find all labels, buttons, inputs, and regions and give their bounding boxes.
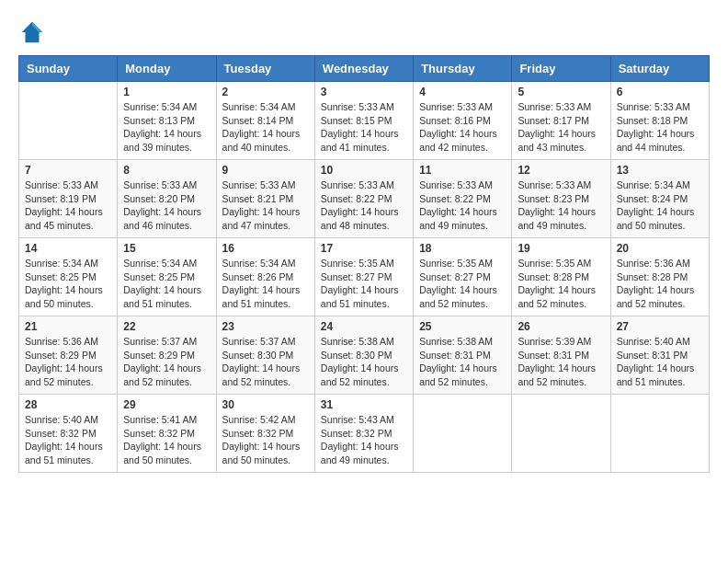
day-info: Sunrise: 5:38 AM Sunset: 8:30 PM Dayligh… xyxy=(321,335,407,389)
calendar-cell: 25Sunrise: 5:38 AM Sunset: 8:31 PM Dayli… xyxy=(414,316,512,395)
calendar-cell: 14Sunrise: 5:34 AM Sunset: 8:25 PM Dayli… xyxy=(19,238,118,316)
day-info: Sunrise: 5:33 AM Sunset: 8:21 PM Dayligh… xyxy=(222,178,309,233)
week-row-2: 7Sunrise: 5:33 AM Sunset: 8:19 PM Daylig… xyxy=(19,160,710,238)
day-info: Sunrise: 5:33 AM Sunset: 8:17 PM Dayligh… xyxy=(518,100,604,155)
calendar-cell: 23Sunrise: 5:37 AM Sunset: 8:30 PM Dayli… xyxy=(216,316,314,395)
calendar-cell: 6Sunrise: 5:33 AM Sunset: 8:18 PM Daylig… xyxy=(610,82,709,160)
calendar-cell: 20Sunrise: 5:36 AM Sunset: 8:28 PM Dayli… xyxy=(610,238,709,316)
day-number: 28 xyxy=(25,398,111,411)
day-number: 27 xyxy=(617,320,703,333)
day-number: 25 xyxy=(419,320,506,333)
day-number: 18 xyxy=(419,242,506,255)
day-number: 14 xyxy=(25,242,111,255)
day-info: Sunrise: 5:38 AM Sunset: 8:31 PM Dayligh… xyxy=(419,335,506,389)
day-number: 21 xyxy=(25,320,111,333)
calendar-cell: 15Sunrise: 5:34 AM Sunset: 8:25 PM Dayli… xyxy=(118,238,216,316)
day-number: 23 xyxy=(222,320,309,333)
day-info: Sunrise: 5:33 AM Sunset: 8:18 PM Dayligh… xyxy=(617,100,703,155)
day-number: 22 xyxy=(123,320,210,333)
day-number: 15 xyxy=(123,242,210,255)
calendar-cell: 30Sunrise: 5:42 AM Sunset: 8:32 PM Dayli… xyxy=(216,395,314,473)
calendar-cell: 18Sunrise: 5:35 AM Sunset: 8:27 PM Dayli… xyxy=(414,238,512,316)
day-number: 9 xyxy=(222,164,309,177)
calendar-header-saturday: Saturday xyxy=(610,56,709,82)
calendar-header-friday: Friday xyxy=(512,56,610,82)
day-info: Sunrise: 5:35 AM Sunset: 8:28 PM Dayligh… xyxy=(518,257,604,311)
day-info: Sunrise: 5:40 AM Sunset: 8:31 PM Dayligh… xyxy=(617,335,703,389)
day-info: Sunrise: 5:43 AM Sunset: 8:32 PM Dayligh… xyxy=(321,413,407,467)
calendar-cell: 12Sunrise: 5:33 AM Sunset: 8:23 PM Dayli… xyxy=(512,160,610,238)
day-number: 11 xyxy=(419,164,506,177)
day-info: Sunrise: 5:40 AM Sunset: 8:32 PM Dayligh… xyxy=(25,413,111,467)
day-info: Sunrise: 5:33 AM Sunset: 8:16 PM Dayligh… xyxy=(419,100,506,155)
calendar-cell: 28Sunrise: 5:40 AM Sunset: 8:32 PM Dayli… xyxy=(19,395,118,473)
week-row-5: 28Sunrise: 5:40 AM Sunset: 8:32 PM Dayli… xyxy=(19,395,710,473)
day-number: 24 xyxy=(321,320,407,333)
day-number: 10 xyxy=(321,164,407,177)
day-info: Sunrise: 5:34 AM Sunset: 8:25 PM Dayligh… xyxy=(123,257,210,311)
calendar-cell: 7Sunrise: 5:33 AM Sunset: 8:19 PM Daylig… xyxy=(19,160,118,238)
calendar-header-sunday: Sunday xyxy=(19,56,118,82)
calendar-cell: 11Sunrise: 5:33 AM Sunset: 8:22 PM Dayli… xyxy=(414,160,512,238)
calendar-cell xyxy=(19,82,118,160)
calendar-cell: 8Sunrise: 5:33 AM Sunset: 8:20 PM Daylig… xyxy=(118,160,216,238)
calendar-cell: 26Sunrise: 5:39 AM Sunset: 8:31 PM Dayli… xyxy=(512,316,610,395)
day-number: 13 xyxy=(617,164,703,177)
day-number: 4 xyxy=(419,86,506,98)
day-number: 17 xyxy=(321,242,407,255)
calendar: SundayMondayTuesdayWednesdayThursdayFrid… xyxy=(18,55,710,473)
calendar-cell: 4Sunrise: 5:33 AM Sunset: 8:16 PM Daylig… xyxy=(414,82,512,160)
day-info: Sunrise: 5:42 AM Sunset: 8:32 PM Dayligh… xyxy=(222,413,309,467)
day-info: Sunrise: 5:34 AM Sunset: 8:14 PM Dayligh… xyxy=(222,100,309,155)
day-info: Sunrise: 5:33 AM Sunset: 8:15 PM Dayligh… xyxy=(321,100,407,155)
day-info: Sunrise: 5:37 AM Sunset: 8:29 PM Dayligh… xyxy=(123,335,210,389)
day-number: 7 xyxy=(25,164,111,177)
calendar-cell xyxy=(414,395,512,473)
day-number: 19 xyxy=(518,242,604,255)
day-info: Sunrise: 5:33 AM Sunset: 8:20 PM Dayligh… xyxy=(123,178,210,233)
calendar-cell: 2Sunrise: 5:34 AM Sunset: 8:14 PM Daylig… xyxy=(216,82,314,160)
day-info: Sunrise: 5:34 AM Sunset: 8:25 PM Dayligh… xyxy=(25,257,111,311)
day-number: 3 xyxy=(321,86,407,98)
calendar-cell: 10Sunrise: 5:33 AM Sunset: 8:22 PM Dayli… xyxy=(314,160,413,238)
day-info: Sunrise: 5:33 AM Sunset: 8:23 PM Dayligh… xyxy=(518,178,604,233)
calendar-cell: 24Sunrise: 5:38 AM Sunset: 8:30 PM Dayli… xyxy=(314,316,413,395)
day-number: 30 xyxy=(222,398,309,411)
day-info: Sunrise: 5:33 AM Sunset: 8:19 PM Dayligh… xyxy=(25,178,111,233)
calendar-cell: 29Sunrise: 5:41 AM Sunset: 8:32 PM Dayli… xyxy=(118,395,216,473)
day-info: Sunrise: 5:33 AM Sunset: 8:22 PM Dayligh… xyxy=(321,178,407,233)
calendar-cell: 9Sunrise: 5:33 AM Sunset: 8:21 PM Daylig… xyxy=(216,160,314,238)
calendar-cell: 5Sunrise: 5:33 AM Sunset: 8:17 PM Daylig… xyxy=(512,82,610,160)
logo-icon xyxy=(18,18,46,46)
day-number: 26 xyxy=(518,320,604,333)
page-container: SundayMondayTuesdayWednesdayThursdayFrid… xyxy=(18,18,710,473)
day-number: 6 xyxy=(617,86,703,98)
day-info: Sunrise: 5:37 AM Sunset: 8:30 PM Dayligh… xyxy=(222,335,309,389)
day-info: Sunrise: 5:39 AM Sunset: 8:31 PM Dayligh… xyxy=(518,335,604,389)
week-row-3: 14Sunrise: 5:34 AM Sunset: 8:25 PM Dayli… xyxy=(19,238,710,316)
day-info: Sunrise: 5:34 AM Sunset: 8:24 PM Dayligh… xyxy=(617,178,703,233)
calendar-header-monday: Monday xyxy=(118,56,216,82)
calendar-header-thursday: Thursday xyxy=(414,56,512,82)
week-row-4: 21Sunrise: 5:36 AM Sunset: 8:29 PM Dayli… xyxy=(19,316,710,395)
calendar-cell xyxy=(610,395,709,473)
day-info: Sunrise: 5:41 AM Sunset: 8:32 PM Dayligh… xyxy=(123,413,210,467)
calendar-header-row: SundayMondayTuesdayWednesdayThursdayFrid… xyxy=(19,56,710,82)
calendar-cell xyxy=(512,395,610,473)
calendar-cell: 3Sunrise: 5:33 AM Sunset: 8:15 PM Daylig… xyxy=(314,82,413,160)
header xyxy=(18,18,710,46)
day-number: 16 xyxy=(222,242,309,255)
calendar-cell: 17Sunrise: 5:35 AM Sunset: 8:27 PM Dayli… xyxy=(314,238,413,316)
calendar-cell: 1Sunrise: 5:34 AM Sunset: 8:13 PM Daylig… xyxy=(118,82,216,160)
day-info: Sunrise: 5:36 AM Sunset: 8:29 PM Dayligh… xyxy=(25,335,111,389)
logo xyxy=(18,18,50,46)
day-number: 8 xyxy=(123,164,210,177)
day-number: 5 xyxy=(518,86,604,98)
day-info: Sunrise: 5:36 AM Sunset: 8:28 PM Dayligh… xyxy=(617,257,703,311)
day-info: Sunrise: 5:34 AM Sunset: 8:13 PM Dayligh… xyxy=(123,100,210,155)
calendar-cell: 21Sunrise: 5:36 AM Sunset: 8:29 PM Dayli… xyxy=(19,316,118,395)
day-number: 20 xyxy=(617,242,703,255)
day-info: Sunrise: 5:33 AM Sunset: 8:22 PM Dayligh… xyxy=(419,178,506,233)
day-number: 29 xyxy=(123,398,210,411)
calendar-header-wednesday: Wednesday xyxy=(314,56,413,82)
